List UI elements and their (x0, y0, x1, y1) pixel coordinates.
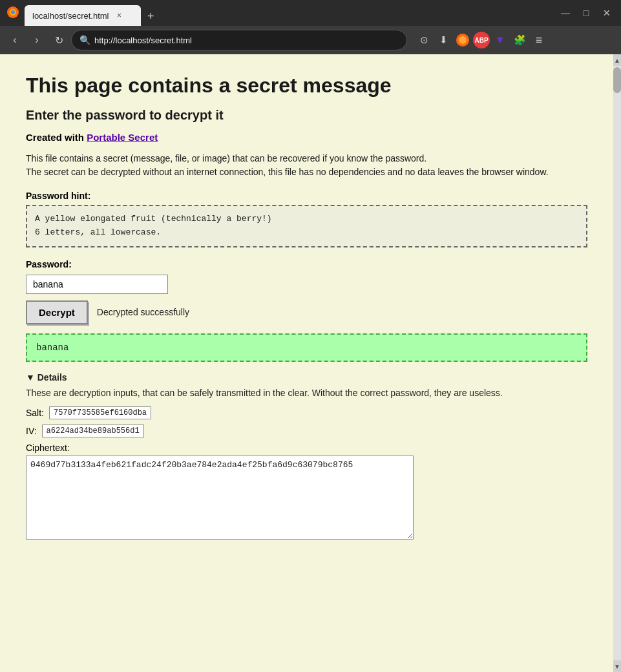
page-content: This page contains a secret message Ente… (0, 54, 613, 672)
svg-point-4 (459, 36, 467, 44)
scroll-down-arrow[interactable]: ▼ (613, 660, 621, 672)
iv-label: IV: (26, 426, 37, 436)
ciphertext-section: Ciphertext: (26, 443, 587, 542)
details-toggle[interactable]: ▼ Details (26, 372, 587, 383)
password-label: Password: (26, 259, 587, 269)
active-tab[interactable]: localhost/secret.html × (25, 5, 141, 26)
tab-title: localhost/secret.html (32, 11, 109, 21)
maximize-button[interactable]: □ (577, 4, 595, 22)
toolbar: ‹ › ↻ 🔍 http://localhost/secret.html ⊙ ⬇… (0, 26, 621, 54)
decrypt-status: Decrypted successfully (97, 307, 189, 317)
url-text: http://localhost/secret.html (94, 36, 192, 45)
page-title: This page contains a secret message (26, 74, 587, 98)
password-input[interactable] (26, 275, 168, 294)
toolbar-icons: ⊙ ⬇ ABP ▼ 🧩 ≡ (415, 31, 548, 49)
decrypt-row: Decrypt Decrypted successfully (26, 300, 587, 324)
iv-value: a6224ad34be89ab556d1 (42, 425, 144, 437)
menu-icon[interactable]: ≡ (530, 31, 548, 49)
profile-icon[interactable] (454, 31, 472, 49)
page-wrapper: This page contains a secret message Ente… (0, 54, 621, 672)
close-button[interactable]: ✕ (598, 4, 616, 22)
pocket-icon[interactable]: ⊙ (415, 31, 433, 49)
hint-label: Password hint: (26, 191, 587, 201)
address-bar[interactable]: 🔍 http://localhost/secret.html (71, 30, 407, 50)
new-tab-button[interactable]: + (142, 7, 160, 26)
salt-row: Salt: 7570f735585ef6160dba (26, 406, 587, 419)
tab-close-button[interactable]: × (114, 10, 125, 21)
decrypt-button[interactable]: Decrypt (26, 300, 88, 324)
decrypted-result: banana (26, 333, 587, 362)
tab-bar: localhost/secret.html × + (25, 0, 284, 26)
vpn-icon[interactable]: ▼ (491, 31, 509, 49)
description-line1: This file contains a secret (message, fi… (26, 153, 426, 163)
forward-button[interactable]: › (27, 30, 47, 50)
adblock-icon[interactable]: ABP (473, 32, 490, 48)
ciphertext-label: Ciphertext: (26, 443, 587, 453)
page-subtitle: Enter the password to decrypt it (26, 108, 587, 123)
window-controls: — □ ✕ (556, 4, 616, 22)
search-icon: 🔍 (79, 35, 90, 45)
scrollbar[interactable]: ▲ ▼ (613, 54, 621, 672)
created-with-prefix: Created with (26, 132, 87, 143)
details-desc: These are decryption inputs, that can be… (26, 386, 587, 400)
refresh-button[interactable]: ↻ (49, 30, 68, 50)
scroll-up-arrow[interactable]: ▲ (613, 54, 621, 66)
download-icon[interactable]: ⬇ (434, 31, 452, 49)
description: This file contains a secret (message, fi… (26, 152, 587, 179)
titlebar: localhost/secret.html × + — □ ✕ (0, 0, 621, 26)
hint-line2: 6 letters, all lowercase. (35, 226, 578, 240)
scrollbar-track[interactable] (613, 93, 621, 660)
firefox-logo (5, 5, 21, 22)
ciphertext-textarea[interactable] (26, 456, 414, 540)
svg-point-2 (11, 10, 15, 14)
minimize-button[interactable]: — (556, 4, 574, 22)
hint-line1: A yellow elongated fruit (technically a … (35, 213, 578, 226)
salt-label: Salt: (26, 408, 44, 418)
scrollbar-thumb[interactable] (613, 67, 621, 93)
salt-value: 7570f735585ef6160dba (49, 406, 151, 419)
created-with-line: Created with Portable Secret (26, 132, 587, 143)
iv-row: IV: a6224ad34be89ab556d1 (26, 425, 587, 437)
details-section: ▼ Details These are decryption inputs, t… (26, 372, 587, 542)
extensions-icon[interactable]: 🧩 (510, 31, 529, 49)
back-button[interactable]: ‹ (5, 30, 25, 50)
portable-secret-link[interactable]: Portable Secret (87, 132, 158, 143)
description-line2: The secret can be decrypted without an i… (26, 167, 549, 177)
hint-box: A yellow elongated fruit (technically a … (26, 205, 587, 247)
